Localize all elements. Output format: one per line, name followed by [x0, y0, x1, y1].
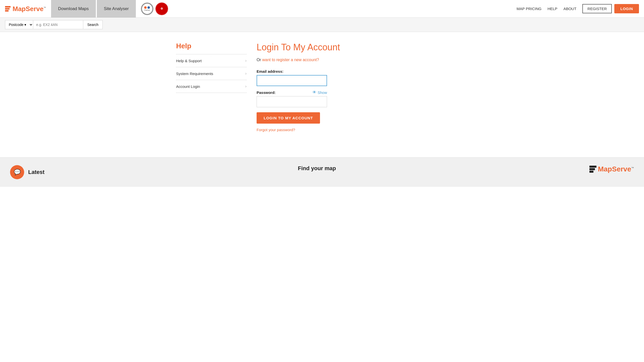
sidebar-title: Help: [176, 42, 247, 50]
partner-dots: [144, 6, 150, 9]
login-header-button[interactable]: LOGIN: [614, 4, 639, 13]
footer-logo-icon: [589, 165, 596, 173]
email-input[interactable]: [257, 75, 327, 86]
partner-badge-inner: Partner: [141, 3, 153, 15]
search-input[interactable]: [33, 20, 83, 29]
password-input[interactable]: [257, 96, 327, 107]
site-analyser-button[interactable]: Site Analyser: [97, 0, 136, 18]
show-password-link[interactable]: 👁 Show: [312, 90, 327, 95]
header-nav: MAP PRICING HELP ABOUT: [517, 7, 577, 11]
map-pricing-link[interactable]: MAP PRICING: [517, 7, 542, 11]
logo-tm: ™: [44, 6, 46, 9]
chat-icon: 💬: [14, 169, 21, 175]
postcode-select[interactable]: Postcode ▾: [5, 20, 33, 29]
form-area: Login To My Account Or want to register …: [257, 42, 468, 132]
logo-text: MapServe™: [13, 6, 46, 12]
sidebar-item-login[interactable]: Account Login ›: [176, 80, 247, 93]
download-maps-button[interactable]: Download Maps: [51, 0, 96, 18]
logo-icon: [5, 6, 11, 12]
partner-badges: Partner ⚙: [141, 3, 168, 15]
eye-icon: 👁: [312, 90, 316, 95]
os-badge-icon: ⚙: [160, 7, 163, 10]
footer-find-label: Find your map: [298, 165, 336, 172]
partner-badge: Partner: [141, 3, 153, 15]
search-bar: Postcode ▾ Search: [0, 18, 644, 32]
login-form-button[interactable]: LOGIN TO MY ACCOUNT: [257, 112, 320, 124]
password-label: Password:: [257, 90, 276, 95]
form-title: Login To My Account: [257, 42, 468, 53]
footer-latest-label: Latest: [28, 169, 45, 175]
footer-logo: MapServe™: [589, 165, 634, 173]
chevron-right-icon: ›: [245, 84, 247, 89]
os-badge: ⚙: [155, 3, 168, 15]
register-link[interactable]: want to register a new account?: [262, 58, 319, 62]
footer: 💬 Latest Find your map MapServe™: [0, 157, 644, 187]
sidebar: Help Help & Support › System Requirement…: [176, 42, 247, 132]
chevron-right-icon: ›: [245, 58, 247, 63]
show-label: Show: [317, 90, 327, 95]
chat-bubble-icon[interactable]: 💬: [10, 165, 24, 179]
logo-link[interactable]: MapServe™: [5, 6, 46, 12]
help-link[interactable]: HELP: [547, 7, 557, 11]
partner-label: Partner: [144, 9, 150, 11]
footer-logo-text: MapServe™: [598, 165, 634, 173]
footer-latest: 💬 Latest: [10, 165, 45, 179]
forgot-password-link[interactable]: Forgot your password?: [257, 128, 295, 132]
register-button[interactable]: REGISTER: [582, 4, 612, 13]
header: MapServe™ Download Maps Site Analyser Pa…: [0, 0, 644, 18]
password-row: Password: 👁 Show: [257, 90, 327, 95]
email-label: Email address:: [257, 69, 468, 74]
footer-logo-brand: MapServe: [598, 165, 631, 173]
about-link[interactable]: ABOUT: [564, 7, 577, 11]
chevron-right-icon: ›: [245, 71, 247, 76]
os-badge-inner: ⚙: [156, 3, 168, 15]
footer-logo-tm: ™: [631, 166, 634, 169]
sidebar-item-system-label: System Requirements: [176, 71, 213, 76]
register-prefix: Or: [257, 58, 262, 62]
logo-brand: MapServe: [13, 5, 44, 13]
sidebar-item-help-label: Help & Support: [176, 59, 202, 63]
search-button[interactable]: Search: [83, 20, 103, 29]
sidebar-item-help[interactable]: Help & Support ›: [176, 54, 247, 67]
sidebar-item-system[interactable]: System Requirements ›: [176, 67, 247, 80]
sidebar-item-login-label: Account Login: [176, 84, 200, 89]
main-content: Help Help & Support › System Requirement…: [171, 32, 473, 142]
footer-find: Find your map: [298, 165, 336, 172]
register-prompt: Or want to register a new account?: [257, 58, 468, 62]
